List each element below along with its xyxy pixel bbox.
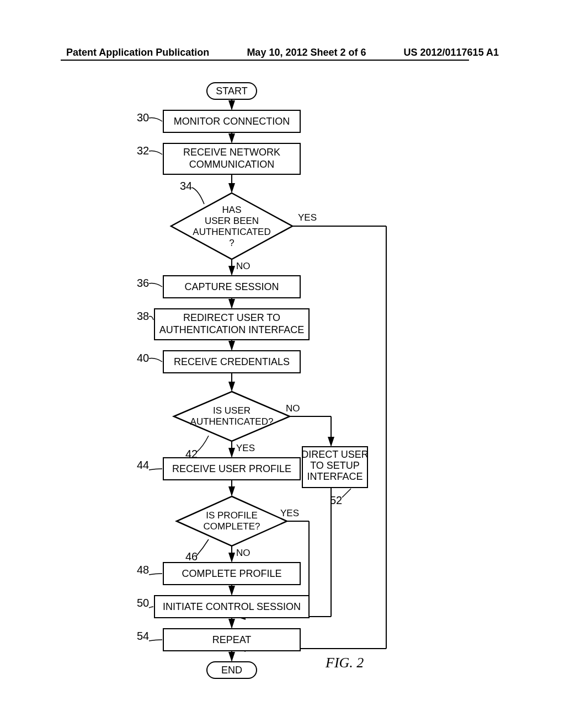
leader <box>342 489 351 497</box>
header-center: May 10, 2012 Sheet 2 of 6 <box>247 47 366 58</box>
d34-l2: USER BEEN <box>205 216 259 226</box>
header-left: Patent Application Publication <box>66 47 209 58</box>
ref-36: 36 <box>137 277 149 289</box>
leader <box>149 607 153 608</box>
leader <box>149 283 162 287</box>
leader <box>149 151 162 154</box>
d46-l1: IS PROFILE <box>206 510 258 521</box>
ref-46: 46 <box>185 550 198 563</box>
ref-52: 52 <box>330 494 342 506</box>
ref-40: 40 <box>137 352 149 364</box>
box-38-l2: AUTHENTICATION INTERFACE <box>159 324 305 335</box>
ref-44: 44 <box>137 459 149 471</box>
d46-l2: COMPLETE? <box>204 521 260 532</box>
diamond-authenticated <box>171 193 292 259</box>
ref-48: 48 <box>137 564 149 576</box>
box-36-label: CAPTURE SESSION <box>184 281 279 292</box>
box-52-l2: TO SETUP <box>310 460 360 471</box>
ref-54: 54 <box>137 630 149 642</box>
ref-38: 38 <box>137 310 149 322</box>
d42-l2: AUTHENTICATED? <box>190 416 274 427</box>
box-32-l2: COMMUNICATION <box>189 159 275 170</box>
ref-50: 50 <box>137 597 149 609</box>
header-right: US 2012/0117615 A1 <box>404 47 499 58</box>
d34-l4: ? <box>229 238 234 248</box>
box-40-label: RECEIVE CREDENTIALS <box>174 356 290 367</box>
figure-label: FIG. 2 <box>325 655 364 671</box>
d42-l1: IS USER <box>213 405 250 416</box>
leader <box>196 436 209 452</box>
edge-no-42: NO <box>286 403 300 414</box>
page-header: Patent Application Publication May 10, 2… <box>0 47 565 58</box>
leader <box>149 469 162 470</box>
terminal-end-label: END <box>221 665 242 676</box>
leader <box>192 188 204 204</box>
header-rule <box>61 60 469 61</box>
box-54-label: REPEAT <box>212 634 252 645</box>
leader <box>149 118 162 121</box>
leader <box>149 574 162 575</box>
edge-yes-34: YES <box>298 212 317 223</box>
edge-yes-42: YES <box>236 443 255 453</box>
box-52-l3: INTERFACE <box>307 471 363 482</box>
terminal-start-label: START <box>216 85 247 97</box>
box-48-label: COMPLETE PROFILE <box>182 568 281 579</box>
ref-32: 32 <box>137 144 149 157</box>
leader <box>149 317 153 320</box>
leader <box>149 640 162 641</box>
edge-no-34: NO <box>236 261 250 271</box>
flowchart-svg: START MONITOR CONNECTION 30 RECEIVE NETW… <box>0 72 565 728</box>
box-52-l1: DIRECT USER <box>301 449 369 460</box>
edge-yes-46: YES <box>280 508 299 518</box>
box-44-label: RECEIVE USER PROFILE <box>172 463 291 474</box>
box-50-label: INITIATE CONTROL SESSION <box>163 601 301 612</box>
ref-30: 30 <box>137 111 149 124</box>
box-30-label: MONITOR CONNECTION <box>174 116 290 127</box>
box-38-l1: REDIRECT USER TO <box>183 312 280 323</box>
leader <box>196 539 209 556</box>
leader <box>149 358 162 362</box>
d34-l3: AUTHENTICATED <box>193 227 270 237</box>
d34-l1: HAS <box>222 205 242 215</box>
edge-no-46: NO <box>236 548 250 558</box>
ref-34: 34 <box>180 180 192 192</box>
box-32-l1: RECEIVE NETWORK <box>183 147 280 158</box>
